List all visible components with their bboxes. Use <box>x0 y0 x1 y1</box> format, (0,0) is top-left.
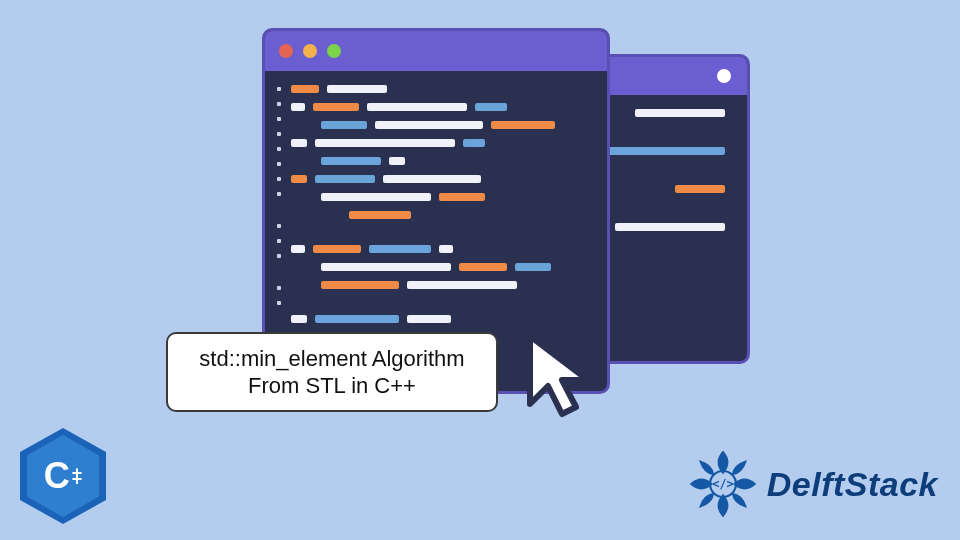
code-line <box>291 121 591 129</box>
code-token <box>321 281 399 289</box>
code-token <box>439 193 485 201</box>
code-line <box>291 263 591 271</box>
gutter-bullet <box>277 102 281 106</box>
code-line <box>291 175 591 183</box>
cursor-icon <box>522 330 612 430</box>
gutter-bullet <box>277 177 281 181</box>
code-line <box>291 139 591 147</box>
gutter-bullet <box>277 286 281 290</box>
code-token <box>675 185 725 193</box>
code-token <box>291 85 319 93</box>
cpp-language-icon: C ++ <box>20 428 106 524</box>
traffic-light-zoom-icon <box>327 44 341 58</box>
delftstack-wordmark: DelftStack <box>767 465 938 504</box>
code-token <box>615 223 725 231</box>
traffic-light-minimize-icon <box>303 44 317 58</box>
code-token <box>315 139 455 147</box>
code-token <box>595 147 725 155</box>
cpp-plusplus: ++ <box>72 468 83 484</box>
caption-box: std::min_element Algorithm From STL in C… <box>166 332 498 412</box>
svg-text:</>: </> <box>712 477 733 491</box>
code-line <box>291 85 591 93</box>
gutter-bullet <box>277 117 281 121</box>
code-token <box>291 245 305 253</box>
code-token <box>349 211 411 219</box>
gutter-bullet <box>277 162 281 166</box>
code-token <box>439 245 453 253</box>
code-line <box>291 103 591 111</box>
code-lines <box>291 85 591 341</box>
code-line <box>291 211 591 219</box>
gutter-bullet <box>277 254 281 258</box>
code-token <box>463 139 485 147</box>
code-token <box>407 281 517 289</box>
traffic-light-close-icon <box>279 44 293 58</box>
code-token <box>635 109 725 117</box>
code-token <box>321 157 381 165</box>
code-token <box>459 263 507 271</box>
code-line <box>291 281 591 289</box>
code-token <box>315 315 399 323</box>
gutter-bullet <box>277 239 281 243</box>
gutter-bullet <box>277 301 281 305</box>
code-body-front <box>265 71 607 355</box>
code-token <box>407 315 451 323</box>
code-token <box>367 103 467 111</box>
code-token <box>313 103 359 111</box>
code-token <box>291 103 305 111</box>
code-token <box>315 175 375 183</box>
caption-line-2: From STL in C++ <box>199 372 464 400</box>
code-token <box>515 263 551 271</box>
line-gutter <box>277 85 281 341</box>
gutter-bullet <box>277 192 281 196</box>
gutter-bullet <box>277 132 281 136</box>
code-line <box>291 157 591 165</box>
window-control-dot <box>717 69 731 83</box>
code-token <box>327 85 387 93</box>
code-token <box>375 121 483 129</box>
code-token <box>291 175 307 183</box>
code-token <box>321 193 431 201</box>
gutter-bullet <box>277 87 281 91</box>
code-token <box>321 263 451 271</box>
code-token <box>291 139 307 147</box>
code-token <box>321 121 367 129</box>
code-line <box>291 245 591 253</box>
cpp-letter: C <box>44 455 70 497</box>
gutter-bullet <box>277 224 281 228</box>
code-line <box>291 315 591 323</box>
code-token <box>491 121 555 129</box>
gutter-bullet <box>277 147 281 151</box>
code-line <box>291 193 591 201</box>
delftstack-ornament-icon: </> <box>687 448 759 520</box>
code-token <box>475 103 507 111</box>
code-token <box>291 315 307 323</box>
code-token <box>313 245 361 253</box>
delftstack-logo: </> DelftStack <box>687 448 938 520</box>
code-token <box>389 157 405 165</box>
titlebar-front <box>265 31 607 71</box>
code-token <box>383 175 481 183</box>
code-token <box>369 245 431 253</box>
caption-line-1: std::min_element Algorithm <box>199 345 464 373</box>
